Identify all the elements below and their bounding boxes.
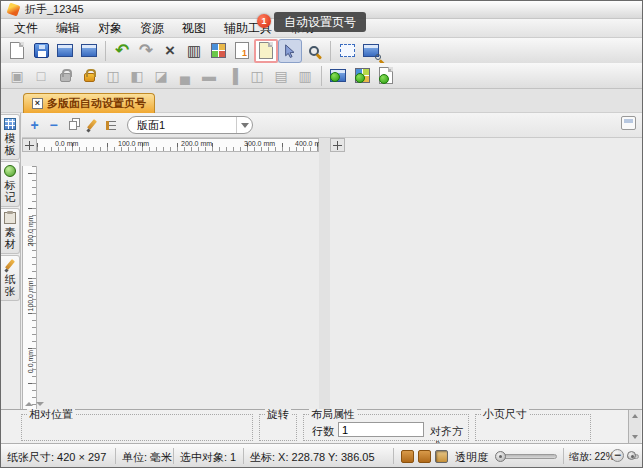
ruler-origin-icon <box>23 139 36 151</box>
zoom-status: 缩放: 22% <box>569 450 615 464</box>
remove-layout-button[interactable]: − <box>45 117 62 134</box>
merge-panels-icon: ◧ <box>130 69 143 83</box>
layout-dropdown[interactable]: 版面1 <box>127 116 253 134</box>
sidebar-tab-templates[interactable]: 模板 <box>1 114 20 160</box>
align-middle-icon: ▬ <box>202 69 216 83</box>
scroll-down-icon[interactable] <box>632 435 638 439</box>
new-document-icon <box>10 42 24 59</box>
split-vertical-button[interactable]: ▥ <box>293 64 317 88</box>
toolbar-arrange: ▣ □ ◫ ◧ ◪ ▄ ▬ ▐ ◫ ▤ ▥ <box>1 63 642 89</box>
pane-splitter[interactable] <box>319 138 330 409</box>
list-icon <box>106 121 116 130</box>
menu-object[interactable]: 对象 <box>89 19 131 37</box>
zoom-selection-button[interactable] <box>359 39 383 63</box>
align-bottom-button[interactable]: ▄ <box>173 64 197 88</box>
align-middle-button[interactable]: ▬ <box>197 64 221 88</box>
transparency-slider-handle[interactable] <box>495 451 506 462</box>
transparency-slider[interactable] <box>497 454 557 459</box>
templates-icon <box>4 118 16 130</box>
pencil-icon <box>86 119 98 131</box>
group-page-size: 小页尺寸 <box>475 414 591 441</box>
display-mode-transparent-icon[interactable] <box>435 450 448 463</box>
export-layout-button[interactable] <box>102 117 119 134</box>
rows-input[interactable] <box>338 422 424 437</box>
add-view-icon <box>330 69 346 82</box>
save-button[interactable] <box>29 39 53 63</box>
minus-icon: − <box>49 118 57 132</box>
lock-button[interactable] <box>53 64 77 88</box>
add-page-button[interactable] <box>374 64 398 88</box>
duplicate-layout-button[interactable] <box>64 117 81 134</box>
expand-panel-icon[interactable] <box>25 402 33 406</box>
display-mode-solid-icon[interactable] <box>401 450 414 463</box>
layout-toolbar: + − 版面1 <box>22 113 643 138</box>
columns-view-button[interactable]: ▥ <box>182 39 206 63</box>
select-tool-button[interactable] <box>278 39 302 63</box>
app-icon <box>6 2 20 16</box>
marquee-select-button[interactable]: □ <box>29 64 53 88</box>
document-tab[interactable]: × 多版面自动设置页号 <box>23 93 155 113</box>
merge-panels-button[interactable]: ◧ <box>125 64 149 88</box>
display-mode-outline-icon[interactable] <box>418 450 431 463</box>
menu-tools[interactable]: 辅助工具 <box>215 19 281 37</box>
collapse-panel-button[interactable] <box>621 116 636 130</box>
sidebar-tab-materials[interactable]: 素材 <box>1 208 20 254</box>
menu-file[interactable]: 文件 <box>5 19 47 37</box>
panel-scrollbar[interactable] <box>628 410 641 443</box>
sidebar-tab-label: 模板 <box>4 132 16 156</box>
add-component-button[interactable] <box>350 64 374 88</box>
close-tab-icon[interactable]: × <box>32 98 43 109</box>
window-title: 折手_12345 <box>25 2 84 17</box>
import-button[interactable] <box>53 39 77 63</box>
unlock-button[interactable] <box>77 64 101 88</box>
paper-size-status: 纸张尺寸: 420 × 297 <box>7 450 106 465</box>
new-document-button[interactable] <box>5 39 29 63</box>
zoom-tool-button[interactable] <box>302 39 326 63</box>
ruler-label: 100.0 mm <box>27 282 34 312</box>
group-objects-button[interactable]: ▣ <box>5 64 29 88</box>
rename-layout-button[interactable] <box>83 117 100 134</box>
fit-view-button[interactable] <box>335 39 359 63</box>
dropdown-button[interactable] <box>236 117 252 133</box>
sidebar-tab-paper[interactable]: 纸张 <box>1 255 20 301</box>
columns-view-icon: ▥ <box>187 43 201 58</box>
menu-view[interactable]: 视图 <box>173 19 215 37</box>
group-rotation: 旋转 <box>259 414 297 441</box>
sidebar-tab-marks[interactable]: 标记 <box>1 161 20 207</box>
marks-icon <box>4 165 16 177</box>
unlock-icon <box>84 73 95 82</box>
template-grid-button[interactable] <box>206 39 230 63</box>
panel-stats-button[interactable]: ◪ <box>149 64 173 88</box>
menu-edit[interactable]: 编辑 <box>47 19 89 37</box>
delete-button[interactable]: × <box>158 39 182 63</box>
redo-button[interactable]: ↷ <box>134 39 158 63</box>
tile-windows-button[interactable]: ◫ <box>245 64 269 88</box>
application-window: 折手_12345 文件 编辑 对象 资源 视图 辅助工具 帮助 1 自动设置页号… <box>0 0 643 468</box>
toolbar-separator <box>105 41 106 61</box>
ruler-origin-icon <box>331 139 344 151</box>
collapse-panel-icon[interactable] <box>36 402 44 406</box>
ruler-label: 200.0 mm <box>27 217 34 247</box>
plus-icon: + <box>30 118 38 132</box>
auto-page-number-button[interactable] <box>254 39 278 63</box>
ruler-label: 100.0 mm <box>118 140 149 147</box>
swap-panels-button[interactable]: ◫ <box>101 64 125 88</box>
add-view-button[interactable] <box>326 64 350 88</box>
save-icon <box>34 43 49 58</box>
ruler-label: 200.0 mm <box>181 140 212 147</box>
properties-panel: 相对位置 旋转 布局属性 行数 对齐方式 小页尺寸 <box>1 409 642 443</box>
zoom-out-button[interactable]: − <box>611 449 624 462</box>
menu-resource[interactable]: 资源 <box>131 19 173 37</box>
page-number-1-button[interactable]: 1 <box>230 39 254 63</box>
undo-button[interactable]: ↶ <box>110 39 134 63</box>
align-right-button[interactable]: ▐ <box>221 64 245 88</box>
export-button[interactable] <box>77 39 101 63</box>
delete-icon: × <box>165 42 175 59</box>
scroll-up-icon[interactable] <box>632 414 638 418</box>
zoom-slider-handle[interactable] <box>627 451 636 460</box>
lock-icon <box>60 73 71 82</box>
split-horizontal-button[interactable]: ▤ <box>269 64 293 88</box>
align-bottom-icon: ▄ <box>180 69 190 83</box>
add-layout-button[interactable]: + <box>26 117 43 134</box>
horizontal-ruler-front: 0.0 mm 100.0 mm 200.0 mm 300.0 mm 400.0 … <box>37 138 319 152</box>
